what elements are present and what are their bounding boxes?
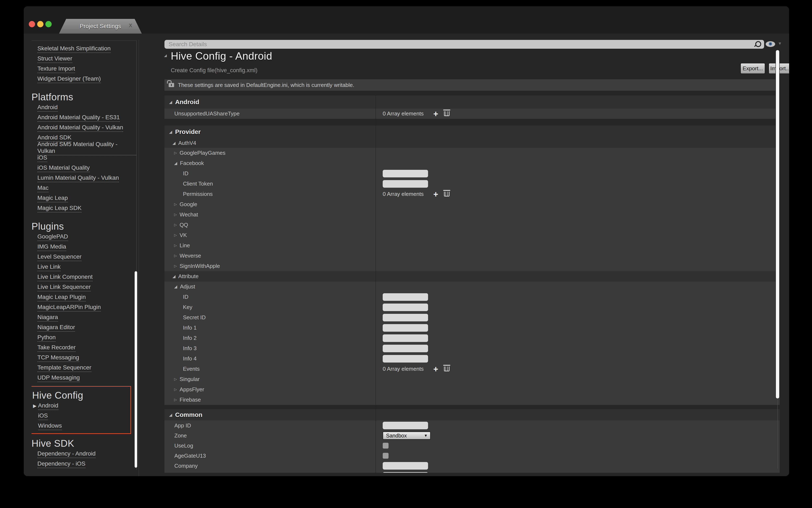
search-icon[interactable] — [755, 41, 761, 47]
sidebar-item-dependency-android[interactable]: Dependency - Android — [32, 449, 136, 459]
adjust-info2-input[interactable] — [383, 334, 428, 342]
collapsed-arrow-icon[interactable]: ▷ — [174, 244, 177, 247]
collapsed-arrow-icon[interactable]: ▷ — [174, 264, 177, 268]
expanded-arrow-icon[interactable]: ◢ — [169, 100, 172, 104]
add-element-icon[interactable]: + — [433, 366, 438, 372]
row-adjust-info4: Info 4 — [164, 353, 780, 364]
visibility-eye-icon[interactable] — [766, 41, 775, 47]
collapsed-arrow-icon[interactable]: ▷ — [174, 203, 177, 206]
notice-text: These settings are saved in DefaultEngin… — [178, 82, 354, 88]
collapsed-arrow-icon[interactable]: ▷ — [174, 223, 177, 227]
sidebar-item-android-mq-vulkan[interactable]: Android Material Quality - Vulkan — [32, 123, 136, 133]
minimize-window-button[interactable] — [37, 21, 43, 27]
expanded-arrow-icon[interactable]: ◢ — [169, 413, 172, 417]
sidebar-item-android[interactable]: Android — [32, 103, 136, 113]
expanded-arrow-icon[interactable]: ◢ — [169, 130, 172, 134]
sidebar-item-magic-leap-plugin[interactable]: Magic Leap Plugin — [32, 292, 136, 302]
sidebar-item-hive-config-ios[interactable]: iOS — [32, 411, 130, 421]
row-googleplaygames: ▷GooglePlayGames — [164, 148, 780, 158]
app-id-input[interactable] — [383, 422, 428, 429]
page-expander-icon[interactable]: ◢ — [164, 54, 167, 57]
sidebar-item-live-link-sequencer[interactable]: Live Link Sequencer — [32, 282, 136, 292]
delete-elements-icon[interactable] — [444, 192, 449, 197]
sidebar-item-live-link[interactable]: Live Link — [32, 262, 136, 272]
sidebar-item-skeletal-mesh-simplification[interactable]: Skeletal Mesh Simplification — [32, 44, 136, 54]
sidebar-item-live-link-component[interactable]: Live Link Component — [32, 272, 136, 282]
sidebar-item-img-media[interactable]: IMG Media — [32, 242, 136, 252]
section-header-provider[interactable]: ◢ Provider — [164, 126, 780, 138]
collapsed-arrow-icon[interactable]: ▷ — [174, 213, 177, 216]
adjust-id-input[interactable] — [383, 293, 428, 301]
unlock-icon — [169, 83, 174, 87]
sidebar-item-magic-leap[interactable]: Magic Leap — [32, 193, 136, 203]
sidebar-item-level-sequencer[interactable]: Level Sequencer — [32, 252, 136, 262]
sidebar-item-android-sm5-mq-vulkan[interactable]: Android SM5 Material Quality - Vulkan — [32, 143, 136, 153]
add-element-icon[interactable]: + — [433, 111, 438, 117]
sidebar-item-take-recorder[interactable]: Take Recorder — [32, 343, 136, 353]
details-panel: ◢ Android UnsupportedUAShareType 0 Array… — [164, 95, 780, 473]
main-scrollbar-thumb[interactable] — [775, 50, 780, 399]
adjust-secret-id-input[interactable] — [383, 314, 428, 322]
collapsed-arrow-icon[interactable]: ▷ — [174, 151, 177, 155]
sidebar-item-struct-viewer[interactable]: Struct Viewer — [32, 54, 136, 64]
sidebar-item-python[interactable]: Python — [32, 333, 136, 343]
add-element-icon[interactable]: + — [433, 191, 438, 197]
sidebar-item-googlepad[interactable]: GooglePAD — [32, 232, 136, 242]
section-header-common[interactable]: ◢ Common — [164, 409, 780, 420]
expanded-arrow-icon[interactable]: ◢ — [174, 285, 177, 289]
search-details-input[interactable] — [164, 40, 764, 49]
clipped-input[interactable] — [383, 472, 428, 473]
adjust-key-input[interactable] — [383, 303, 428, 311]
page-subtitle-link[interactable]: Create Config file(hive_config.xml) — [171, 67, 257, 74]
sidebar-item-ios[interactable]: iOS — [32, 153, 136, 163]
facebook-id-input[interactable] — [383, 170, 428, 177]
sidebar-item-texture-import[interactable]: Texture Import — [32, 64, 136, 74]
expanded-arrow-icon[interactable]: ◢ — [172, 141, 175, 145]
tab-project-settings[interactable]: Project Settings x — [59, 19, 142, 34]
row-firebase: ▷Firebase — [164, 395, 780, 405]
sidebar-item-template-sequencer[interactable]: Template Sequencer — [32, 363, 136, 373]
sidebar-item-dependency-ios[interactable]: Dependency - iOS — [32, 459, 136, 469]
collapsed-arrow-icon[interactable]: ▷ — [174, 398, 177, 401]
uselog-checkbox[interactable] — [383, 443, 389, 449]
sidebar-item-hive-config-android[interactable]: ▶ Android — [32, 401, 130, 411]
section-header-android[interactable]: ◢ Android — [164, 95, 780, 109]
sidebar-item-niagara[interactable]: Niagara — [32, 312, 136, 323]
row-facebook-client-token: Client Token — [164, 179, 780, 189]
visibility-dropdown-caret-icon[interactable]: ▼ — [778, 41, 782, 46]
sidebar-item-lumin-mq-vulkan[interactable]: Lumin Material Quality - Vulkan — [32, 173, 136, 183]
sidebar-item-ios-material-quality[interactable]: iOS Material Quality — [32, 163, 136, 173]
collapsed-arrow-icon[interactable]: ▷ — [174, 254, 177, 258]
close-window-button[interactable] — [29, 21, 35, 27]
collapsed-arrow-icon[interactable]: ▷ — [174, 377, 177, 381]
company-input[interactable] — [383, 462, 428, 470]
sidebar-item-magicleaparpin-plugin[interactable]: MagicLeapARPin Plugin — [32, 302, 136, 312]
sidebar-item-widget-designer[interactable]: Widget Designer (Team) — [32, 74, 136, 84]
sidebar-item-magic-leap-sdk[interactable]: Magic Leap SDK — [32, 203, 136, 213]
sidebar-item-udp-messaging[interactable]: UDP Messaging — [32, 373, 136, 383]
sidebar-item-tcp-messaging[interactable]: TCP Messaging — [32, 353, 136, 363]
row-app-id: App ID — [164, 420, 780, 430]
facebook-client-token-input[interactable] — [383, 180, 428, 188]
adjust-info3-input[interactable] — [383, 345, 428, 352]
adjust-info1-input[interactable] — [383, 324, 428, 332]
expanded-arrow-icon[interactable]: ◢ — [174, 161, 177, 165]
sidebar-item-hive-config-windows[interactable]: Windows — [32, 421, 130, 431]
row-vk: ▷VK — [164, 230, 780, 240]
sidebar-item-niagara-editor[interactable]: Niagara Editor — [32, 323, 136, 333]
agegateu13-checkbox[interactable] — [383, 453, 389, 459]
collapsed-arrow-icon[interactable]: ▷ — [174, 388, 177, 391]
sidebar-scrollbar-thumb[interactable] — [134, 271, 137, 468]
tab-close-icon[interactable]: x — [129, 22, 132, 28]
collapsed-arrow-icon[interactable]: ▷ — [174, 234, 177, 237]
zoom-window-button[interactable] — [45, 21, 52, 27]
zone-select[interactable]: Sandbox ▼ — [383, 432, 431, 439]
row-unsupporteduasharetype: UnsupportedUAShareType 0 Array elements … — [164, 109, 780, 119]
export-button[interactable]: Export... — [740, 63, 765, 74]
delete-elements-icon[interactable] — [444, 111, 449, 116]
adjust-info4-input[interactable] — [383, 355, 428, 363]
delete-elements-icon[interactable] — [444, 367, 449, 371]
sidebar-item-mac[interactable]: Mac — [32, 183, 136, 193]
sidebar-item-android-mq-es31[interactable]: Android Material Quality - ES31 — [32, 113, 136, 123]
expanded-arrow-icon[interactable]: ◢ — [172, 274, 175, 278]
